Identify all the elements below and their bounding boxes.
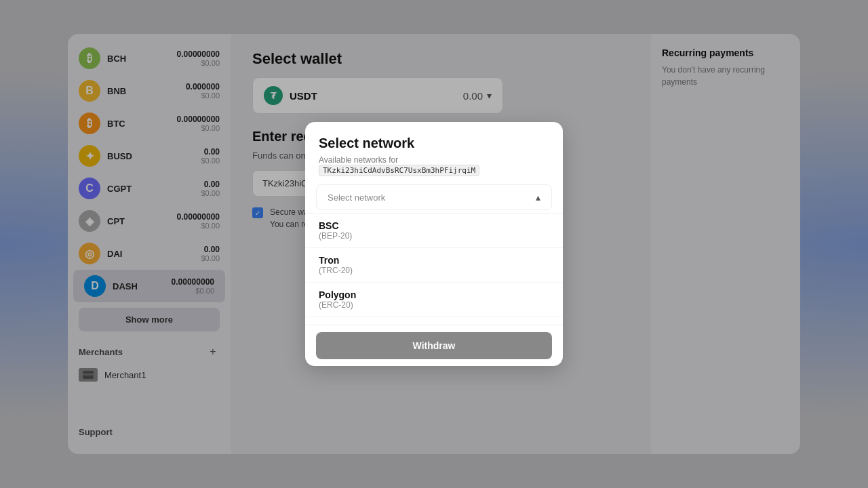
network-chevron-icon: ▴ <box>536 192 540 203</box>
network-item-2[interactable]: Polygon (ERC-20) <box>305 283 563 317</box>
modal-title: Select network <box>319 136 549 151</box>
network-item-1[interactable]: Tron (TRC-20) <box>305 248 563 283</box>
modal-address: TKzki23hiCdAdvBsRC7UsxBm3hPFijrqiM <box>319 165 479 176</box>
modal-header: Select network Available networks for TK… <box>305 122 563 184</box>
network-item-0[interactable]: BSC (BEP-20) <box>305 214 563 248</box>
network-sub-0: (BEP-20) <box>319 231 549 241</box>
network-select-header[interactable]: Select network ▴ <box>316 184 552 210</box>
modal-footer: Withdraw <box>305 325 563 366</box>
network-name-2: Polygon <box>319 289 549 300</box>
network-sub-1: (TRC-20) <box>319 266 549 275</box>
network-name-1: Tron <box>319 255 549 266</box>
network-name-0: BSC <box>319 220 549 231</box>
network-sub-2: (ERC-20) <box>319 300 549 310</box>
modal-overlay[interactable]: Select network Available networks for TK… <box>0 0 868 488</box>
network-list: BSC (BEP-20) Tron (TRC-20) Polygon (ERC-… <box>305 213 563 325</box>
network-item-3[interactable]: ETH (ERC-20) <box>305 317 563 325</box>
network-select-label: Select network <box>328 192 385 203</box>
withdraw-button[interactable]: Withdraw <box>316 332 552 359</box>
modal-subtitle: Available networks for TKzki23hiCdAdvBsR… <box>319 155 549 176</box>
select-network-modal: Select network Available networks for TK… <box>305 122 563 366</box>
